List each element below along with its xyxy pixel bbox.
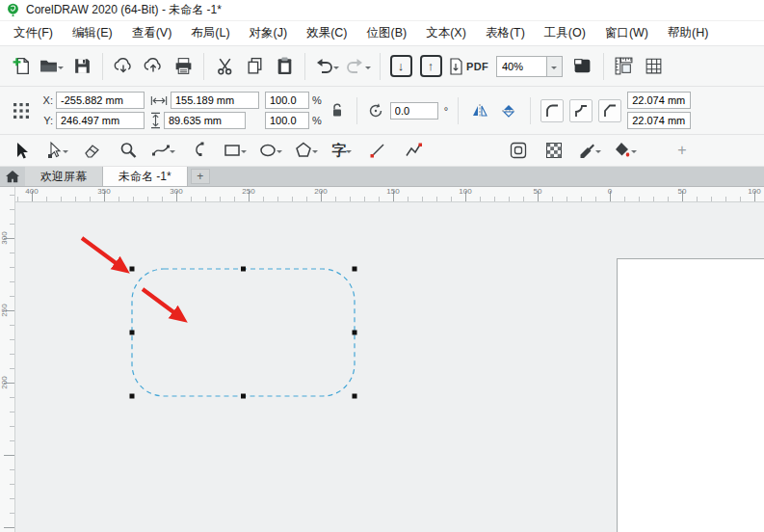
vruler-number: 250 [0, 297, 10, 324]
fill-flyout-caret-icon [631, 150, 637, 156]
redo-button[interactable] [344, 52, 373, 81]
export-icon: ↑ [420, 55, 442, 77]
tab-untitled-document[interactable]: 未命名 -1* [103, 167, 188, 186]
round-corner-button[interactable] [540, 99, 564, 122]
import-button[interactable]: ↓ [387, 52, 414, 81]
scale-factor-fields: % % [265, 92, 322, 129]
print-button[interactable] [170, 52, 197, 81]
new-tab-button[interactable]: + [191, 169, 210, 184]
redo-dropdown-caret-icon [365, 66, 371, 72]
menu-item-text[interactable]: 文本(X) [416, 21, 476, 45]
menu-bar: 文件(F) 编辑(E) 查看(V) 布局(L) 对象(J) 效果(C) 位图(B… [0, 21, 764, 46]
scalloped-corner-button[interactable] [569, 99, 593, 122]
home-button[interactable] [0, 167, 25, 186]
lock-ratio-button[interactable] [328, 96, 347, 125]
object-width-icon [150, 95, 168, 106]
menu-item-table[interactable]: 表格(T) [476, 21, 535, 45]
menu-item-effects[interactable]: 效果(C) [297, 21, 356, 45]
handle-middle-left[interactable] [130, 331, 135, 335]
text-tool-icon: 字 [332, 142, 347, 160]
chamfered-corner-button[interactable] [598, 99, 621, 122]
hruler-number: 300 [170, 187, 182, 196]
hruler-number: 150 [386, 187, 399, 196]
selected-rounded-rectangle[interactable] [132, 269, 355, 396]
zoom-dropdown-button[interactable] [546, 56, 563, 77]
selection-handles[interactable] [130, 267, 357, 399]
tab-welcome-screen[interactable]: 欢迎屏幕 [25, 167, 103, 186]
open-from-cloud-button[interactable] [110, 52, 137, 81]
fullscreen-preview-icon [572, 56, 593, 76]
save-button[interactable] [68, 52, 95, 81]
zoom-level-input[interactable] [496, 56, 546, 77]
interactive-fill-tool[interactable] [612, 137, 639, 164]
menu-item-window[interactable]: 窗口(W) [595, 21, 658, 45]
corner-radius-bottom-input[interactable] [627, 112, 691, 129]
show-rulers-button[interactable] [611, 52, 638, 81]
rotation-angle-input[interactable] [390, 102, 438, 120]
text-tool[interactable]: 字 [329, 137, 356, 164]
new-tab-icon: + [197, 170, 203, 183]
show-grid-button[interactable] [641, 52, 668, 81]
scale-horizontal-input[interactable] [265, 92, 309, 109]
shape-tool[interactable] [43, 137, 70, 164]
handle-top-middle[interactable] [241, 267, 246, 272]
object-width-input[interactable] [171, 92, 259, 109]
drawing-canvas[interactable] [15, 202, 764, 532]
document-tab-bar: 欢迎屏幕 未命名 -1* + [0, 167, 764, 187]
handle-bottom-left[interactable] [130, 394, 135, 399]
save-to-cloud-button[interactable] [140, 52, 167, 81]
vertical-ruler[interactable]: 300 250 200 [0, 187, 15, 532]
export-button[interactable]: ↑ [417, 52, 444, 81]
pick-tool[interactable] [8, 137, 35, 164]
scale-vertical-input[interactable] [265, 112, 309, 129]
bezier-tool[interactable] [186, 137, 213, 164]
new-document-button[interactable] [8, 52, 35, 81]
contour-tool[interactable] [505, 137, 532, 164]
eraser-tool[interactable] [79, 137, 106, 164]
menu-item-view[interactable]: 查看(V) [122, 21, 182, 45]
mirror-vertical-button[interactable] [497, 96, 520, 125]
polygon-tool[interactable] [293, 137, 320, 164]
transparency-tool[interactable] [540, 137, 567, 164]
copy-icon [245, 56, 265, 76]
menu-item-bitmaps[interactable]: 位图(B) [357, 21, 417, 45]
polyline-tool[interactable] [400, 137, 427, 164]
zoom-level-combo [496, 56, 563, 77]
object-position-widget[interactable] [8, 96, 35, 125]
cut-button[interactable] [211, 52, 238, 81]
rotation-angle-icon [367, 102, 384, 120]
menu-item-edit[interactable]: 编辑(E) [63, 21, 122, 45]
x-position-input[interactable] [56, 92, 145, 109]
eyedropper-icon [577, 141, 596, 160]
object-height-input[interactable] [164, 112, 246, 129]
undo-dropdown-caret-icon [333, 66, 339, 72]
horizontal-ruler[interactable]: 400 350 300 250 200 150 100 50 0 50 100 [15, 187, 764, 202]
freehand-tool[interactable] [150, 137, 177, 164]
open-document-button[interactable] [38, 52, 66, 81]
corner-radius-top-input[interactable] [627, 92, 691, 109]
mirror-horizontal-button[interactable] [468, 96, 491, 125]
more-tools-button[interactable]: + [669, 137, 696, 164]
menu-item-tools[interactable]: 工具(O) [535, 21, 595, 45]
menu-item-layout[interactable]: 布局(L) [181, 21, 239, 45]
menu-item-help[interactable]: 帮助(H) [658, 21, 718, 45]
zoom-tool[interactable] [115, 137, 142, 164]
eyedropper-tool[interactable] [576, 137, 603, 164]
straight-line-tool[interactable] [364, 137, 391, 164]
ellipse-tool[interactable] [257, 137, 284, 164]
handle-top-right[interactable] [353, 267, 357, 272]
copy-button[interactable] [241, 52, 268, 81]
paste-button[interactable] [271, 52, 298, 81]
menu-item-file[interactable]: 文件(F) [4, 21, 63, 45]
y-position-input[interactable] [56, 112, 145, 129]
rectangle-tool[interactable] [222, 137, 249, 164]
menu-item-object[interactable]: 对象(J) [240, 21, 298, 45]
handle-middle-right[interactable] [353, 331, 357, 335]
undo-button[interactable] [312, 52, 341, 81]
handle-top-left[interactable] [130, 267, 135, 272]
fullscreen-preview-button[interactable] [569, 52, 596, 81]
publish-to-pdf-button[interactable]: PDF [447, 52, 489, 81]
handle-bottom-right[interactable] [353, 394, 357, 399]
redo-icon [345, 56, 366, 76]
handle-bottom-middle[interactable] [241, 394, 246, 399]
